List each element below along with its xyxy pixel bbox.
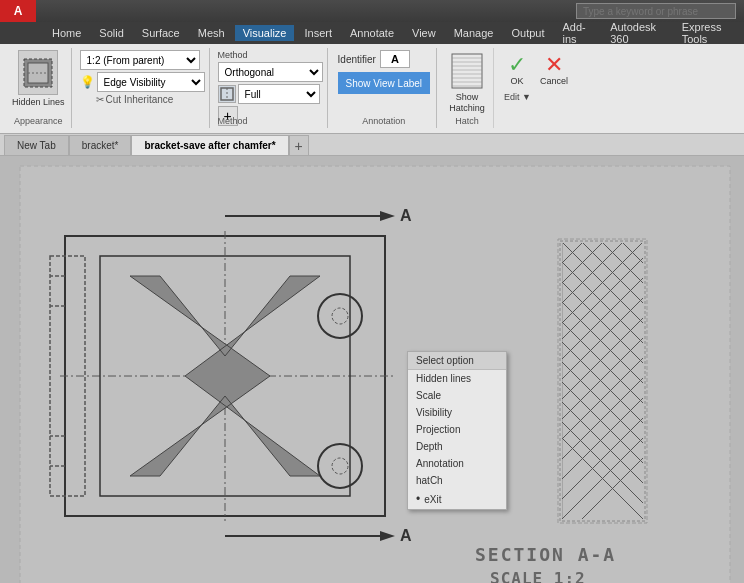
menu-surface[interactable]: Surface (134, 25, 188, 41)
scale-row: 1:2 (From parent) (80, 50, 205, 70)
add-tab-button[interactable]: + (289, 135, 309, 155)
menu-view[interactable]: View (404, 25, 444, 41)
dropdown-hidden-lines[interactable]: Hidden lines (408, 370, 506, 387)
hatch-group-label: Hatch (455, 116, 479, 126)
dropdown-exit[interactable]: eXit (408, 489, 506, 509)
annotation-group-label: Annotation (332, 116, 437, 126)
dropdown-projection[interactable]: Projection (408, 421, 506, 438)
edit-dropdown-label[interactable]: Edit ▼ (504, 92, 531, 102)
tab-bar: New Tab bracket* bracket-save after cham… (0, 134, 744, 156)
edge-visibility-row: 💡 Edge Visibility (80, 72, 205, 92)
menu-autodesk360[interactable]: Autodesk 360 (602, 19, 672, 47)
cancel-label: Cancel (540, 76, 568, 86)
dropdown-hatch[interactable]: hatCh (408, 472, 506, 489)
ok-button[interactable]: ✓ OK (504, 52, 530, 88)
menu-output[interactable]: Output (503, 25, 552, 41)
projection-select[interactable]: Orthogonal (218, 62, 323, 82)
dropdown-visibility[interactable]: Visibility (408, 404, 506, 421)
identifier-label: Identifier (338, 54, 376, 65)
full-icon (218, 85, 236, 103)
method-group-label: Method (218, 116, 248, 126)
tab-bracket[interactable]: bracket* (69, 135, 132, 155)
search-input[interactable] (576, 3, 736, 19)
tab-bracket-save[interactable]: bracket-save after chamfer* (131, 135, 288, 155)
identifier-row: Identifier (338, 50, 431, 68)
svg-text:A: A (400, 527, 412, 544)
tab-new[interactable]: New Tab (4, 135, 69, 155)
svg-rect-5 (452, 54, 482, 88)
dropdown-header: Select option (408, 352, 506, 370)
dropdown-scale[interactable]: Scale (408, 387, 506, 404)
menu-annotate[interactable]: Annotate (342, 25, 402, 41)
edge-visibility-select[interactable]: Edge Visibility (97, 72, 205, 92)
hatch-group: ShowHatching Hatch (441, 48, 494, 128)
app-logo: A (0, 0, 36, 22)
visual-style-label: Hidden Lines (12, 97, 65, 107)
dropdown-menu: Select option Hidden lines Scale Visibil… (407, 351, 507, 510)
show-view-label-button[interactable]: Show View Label (338, 72, 431, 94)
appearance-group-label: Appearance (14, 116, 63, 126)
cancel-button[interactable]: ✕ Cancel (536, 52, 572, 88)
x-icon: ✕ (545, 54, 563, 76)
edit-group: ✓ OK ✕ Cancel Edit ▼ (498, 48, 578, 128)
svg-text:SCALE 1:2: SCALE 1:2 (490, 569, 586, 583)
dropdown-depth[interactable]: Depth (408, 438, 506, 455)
menu-manage[interactable]: Manage (446, 25, 502, 41)
scale-select[interactable]: 1:2 (From parent) (80, 50, 200, 70)
svg-rect-15 (20, 166, 730, 583)
cut-inheritance-label: Cut Inheritance (106, 94, 174, 105)
svg-text:SECTION A-A: SECTION A-A (475, 544, 616, 565)
lightbulb-icon: 💡 (80, 75, 95, 89)
dropdown-annotation[interactable]: Annotation (408, 455, 506, 472)
show-hatching-button[interactable]: ShowHatching (449, 50, 485, 114)
menu-insert[interactable]: Insert (296, 25, 340, 41)
identifier-input[interactable] (380, 50, 410, 68)
cut-inheritance-row: ✂ Cut Inheritance (80, 94, 205, 105)
menu-mesh[interactable]: Mesh (190, 25, 233, 41)
scissors-icon: ✂ (96, 94, 104, 105)
menu-solid[interactable]: Solid (91, 25, 131, 41)
projection-row: Orthogonal (218, 62, 323, 82)
menu-visualize[interactable]: Visualize (235, 25, 295, 41)
menu-bar: Home Solid Surface Mesh Visualize Insert… (0, 22, 744, 44)
method-group-label-top: Method (218, 50, 323, 60)
drawing-svg: A A (0, 156, 744, 583)
svg-text:A: A (400, 207, 412, 224)
appearance-group: 1:2 (From parent) 💡 Edge Visibility ✂ Cu… (76, 48, 210, 128)
full-select[interactable]: Full (238, 84, 320, 104)
full-row: Full (218, 84, 323, 104)
ribbon: Hidden Lines Appearance 1:2 (From parent… (0, 44, 744, 134)
menu-home[interactable]: Home (44, 25, 89, 41)
canvas-area: A A (0, 156, 744, 583)
visual-style-button[interactable] (18, 50, 58, 95)
ok-cancel-row: ✓ OK ✕ Cancel (504, 52, 572, 88)
show-hatching-label: ShowHatching (449, 92, 485, 114)
method-group: Method Orthogonal Full + Method (214, 48, 328, 128)
annotation-group: Identifier Show View Label Annotation (332, 48, 438, 128)
menu-addins[interactable]: Add-ins (554, 19, 600, 47)
checkmark-icon: ✓ (508, 54, 526, 76)
menu-expresstools[interactable]: Express Tools (674, 19, 744, 47)
ok-label: OK (511, 76, 524, 86)
visual-style-group: Hidden Lines Appearance (6, 48, 72, 128)
